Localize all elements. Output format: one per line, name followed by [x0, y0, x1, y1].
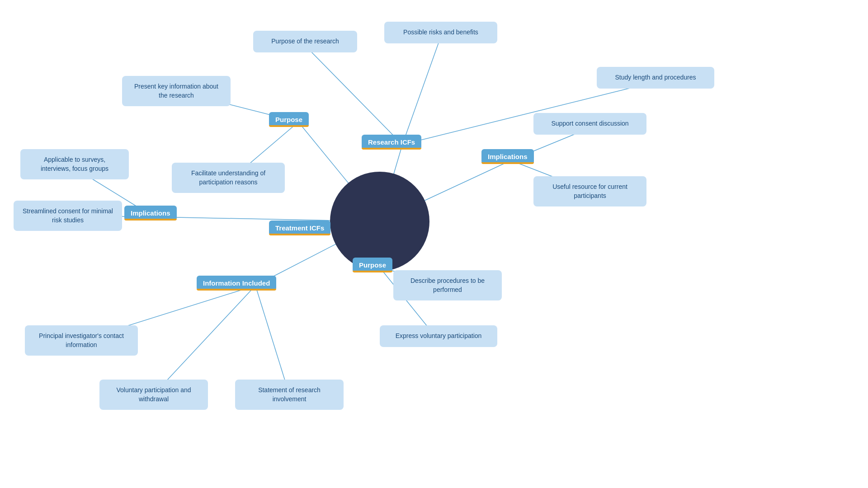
possible-risks: Possible risks and benefits [384, 22, 497, 43]
purpose-of-research: Purpose of the research [253, 31, 357, 52]
voluntary-participation: Voluntary participation and withdrawal [99, 380, 208, 410]
implications-right[interactable]: Implications [481, 149, 534, 164]
pi-contact: Principal investigator's contact informa… [25, 325, 138, 356]
applicable-surveys: Applicable to surveys, interviews, focus… [20, 149, 129, 179]
treatment-icfs[interactable]: Treatment ICFs [269, 221, 330, 235]
svg-line-8 [402, 37, 441, 145]
svg-line-19 [154, 286, 255, 394]
center-node [330, 172, 429, 271]
describe-procedures: Describe procedures to be performed [393, 270, 502, 300]
study-length: Study length and procedures [597, 67, 714, 89]
implications-left[interactable]: Implications [124, 206, 177, 221]
svg-line-7 [305, 46, 402, 145]
info-included[interactable]: Information Included [197, 276, 276, 291]
streamlined-consent: Streamlined consent for minimal risk stu… [14, 201, 122, 231]
research-icfs[interactable]: Research ICFs [362, 135, 421, 150]
svg-line-20 [255, 286, 289, 394]
purpose-right[interactable]: Purpose [353, 258, 392, 272]
statement-research: Statement of research involvement [235, 380, 344, 410]
present-key-info: Present key information about the resear… [122, 76, 231, 106]
support-consent: Support consent discussion [533, 113, 646, 135]
express-voluntary: Express voluntary participation [380, 325, 497, 347]
purpose-left[interactable]: Purpose [269, 112, 309, 127]
facilitate-understanding: Facilitate understanding of participatio… [172, 163, 285, 193]
mind-map-canvas: PurposeResearch ICFsImplicationsPurposeT… [0, 0, 868, 488]
useful-resource: Useful resource for current participants [533, 176, 646, 206]
